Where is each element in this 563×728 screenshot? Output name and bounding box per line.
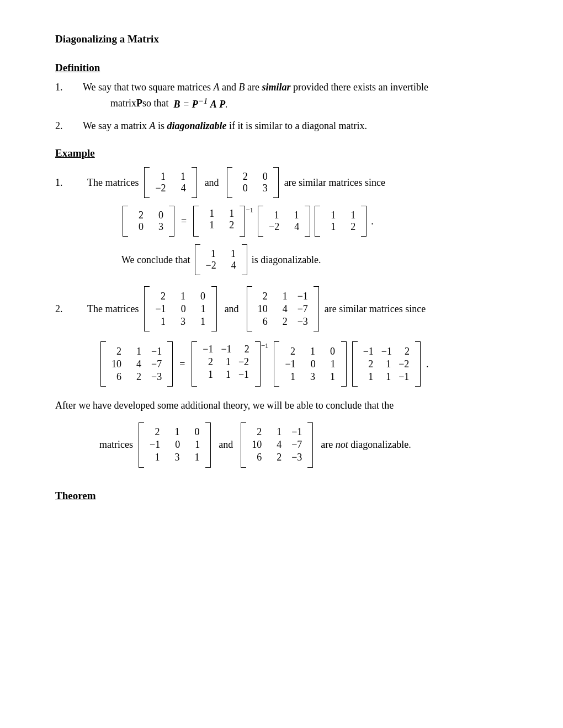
page-title: Diagonalizing a Matrix	[55, 33, 519, 45]
list-num-1: 1.	[55, 82, 83, 93]
def1-formula-display: B = P−1 A P.	[171, 97, 228, 110]
def1-formula-matrix: matrix	[110, 98, 136, 109]
def1-P: P	[136, 98, 142, 109]
definition-item-1-content: We say that two square matrices A and B …	[83, 82, 519, 114]
eq1-period: .	[371, 216, 374, 227]
matrix3x3-not-2: 21−1 104−7 62−3	[241, 422, 313, 468]
ex1-post: are similar matrices since	[284, 177, 385, 189]
ex2-num: 2.	[55, 303, 83, 315]
ex1-num: 1.	[55, 177, 83, 189]
definition-section: Definition 1. We say that two square mat…	[55, 62, 519, 132]
not-diag-text: diagonalizable.	[350, 439, 411, 450]
def1-rest: provided there exists an invertible	[290, 82, 428, 93]
matrices-label: matrices	[99, 439, 133, 451]
inv-superscript: −1	[246, 206, 253, 215]
eq1-eq: =	[181, 216, 187, 227]
def2-diag: diagonalizable	[167, 120, 227, 131]
matrix3x3-not-1: 210 −101 131	[139, 422, 211, 468]
ex2-and: and	[225, 303, 239, 315]
def2-text1: We say a matrix	[83, 120, 150, 131]
ex1-pre: The matrices	[87, 177, 139, 189]
ex1-equation: 20 03 = 11 12 −1 11 −24	[121, 206, 519, 237]
theorem-section: Theorem	[55, 490, 519, 502]
conclude-post: is diagonalizable.	[252, 254, 321, 266]
eq2-inv-sup: −1	[261, 341, 269, 350]
conclude-matrix: 11 −24	[195, 244, 247, 275]
eq2-lhs: 21−1 104−7 62−3	[100, 341, 173, 387]
are-not-text: are not diagonalizable.	[321, 439, 411, 451]
not-diag-line: matrices 210 −101 131 and 21−1 104−7 62−…	[99, 422, 519, 468]
def1-formula-line: matrix P so that B = P−1 A P.	[110, 97, 519, 110]
definition-heading: Definition	[55, 62, 519, 74]
eq1-p2: 11 12	[315, 206, 367, 237]
definition-item-2-content: We say a matrix A is diagonalizable if i…	[83, 120, 519, 132]
ex1-and: and	[205, 177, 219, 189]
after-paragraph: After we have developed some additional …	[55, 398, 519, 414]
example-2-header: 2. The matrices 210 −101 131 and 21−1 10…	[55, 286, 519, 331]
conclude-line: We conclude that 11 −24 is diagonalizabl…	[121, 244, 519, 275]
matrix3x3-2: 21−1 104−7 62−3	[247, 286, 319, 331]
eq2-p2: −1−12 21−2 11−1	[352, 341, 421, 387]
not-word: not	[336, 439, 348, 450]
eq2-eq: =	[179, 358, 185, 370]
after-text: After we have developed some additional …	[55, 400, 394, 411]
def2-rest: if it is similar to a diagonal matrix.	[227, 120, 367, 131]
def1-B: B	[238, 82, 245, 93]
definition-item-1: 1. We say that two square matrices A and…	[55, 82, 519, 114]
eq1-p-inv: 11 12 −1	[193, 206, 253, 237]
def1-so: so that	[142, 98, 169, 109]
def1-A: A	[213, 82, 219, 93]
def2-is: is	[156, 120, 167, 131]
ex2-pre: The matrices	[87, 303, 139, 315]
def2-A: A	[150, 120, 156, 131]
eq2-a: 210 −101 131	[274, 341, 346, 387]
definition-item-2: 2. We say a matrix A is diagonalizable i…	[55, 120, 519, 132]
eq1-lhs: 20 03	[123, 206, 174, 237]
not-and: and	[219, 439, 233, 451]
matrix-1-1: 11 −24	[144, 167, 196, 198]
eq2-p-inv: −1−12 21−2 11−1 −1	[192, 341, 268, 387]
matrix-1-2: 20 03	[227, 167, 279, 198]
eq2-period: .	[426, 358, 429, 370]
def1-similar: similar	[262, 82, 290, 93]
eq1-a: 11 −24	[258, 206, 310, 237]
ex2-equation: 21−1 104−7 62−3 = −1−12 21−2 11−1 −1 210…	[99, 341, 519, 387]
list-num-2: 2.	[55, 120, 83, 132]
matrix3x3-1: 210 −101 131	[144, 286, 216, 331]
example-1: 1. The matrices 11 −24 and 20 03 are sim…	[55, 167, 519, 198]
example-section: Example 1. The matrices 11 −24 and 20 03…	[55, 147, 519, 468]
def1-mid: and	[219, 82, 238, 93]
def1-text1: We say that two square matrices	[83, 82, 213, 93]
conclude-pre: We conclude that	[121, 254, 190, 266]
example-heading: Example	[55, 147, 519, 159]
def1-space: are	[245, 82, 262, 93]
ex2-post: are similar matrices since	[325, 303, 426, 315]
theorem-heading: Theorem	[55, 490, 519, 502]
